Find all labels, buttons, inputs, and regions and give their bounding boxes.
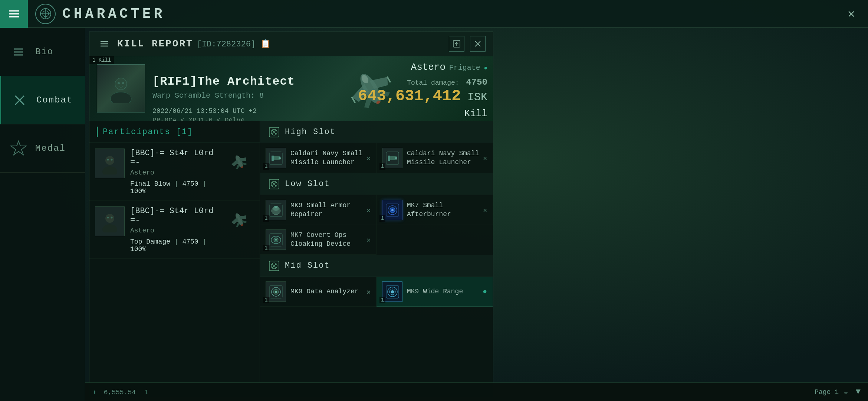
svg-point-16 — [115, 78, 127, 90]
item-name: MK7 Small Afterburner — [407, 201, 483, 219]
character-header: 1 Kill [RIF1]The Architect Warp Scramble… — [89, 56, 493, 121]
kill-report-panel: KILL REPORT [ID:7282326] 📋 — [89, 32, 493, 397]
mid-slot-title: Mid Slot — [285, 261, 330, 270]
kill-report-id: [ID:7282326] 📋 — [197, 39, 271, 49]
slot-item: 1 MK9 Small Armor Repairer ✕ — [260, 195, 377, 225]
bottom-bar: ⬆ 6,555.54 1 Page 1 ✏ ▼ — [85, 382, 868, 401]
ship-stats: Astero Frigate ● Total damage: 4750 643,… — [358, 62, 487, 119]
participant-ship-2: Astero — [130, 227, 224, 234]
kill-report-actions — [449, 36, 486, 52]
sidebar-item-medal[interactable]: Medal — [0, 124, 85, 173]
total-damage-label: Total damage: — [407, 79, 459, 87]
item-count: 1 — [263, 297, 269, 303]
combat-icon — [10, 91, 29, 110]
svg-point-28 — [107, 159, 109, 161]
menu-button[interactable] — [0, 0, 28, 28]
participant-info: [BBC]-= St4r L0rd =- Astero Final Blow |… — [125, 149, 224, 195]
sidebar-bio-label: Bio — [35, 47, 53, 57]
mid-slot-items: 1 MK9 Data Analyzer ✕ — [260, 277, 493, 307]
kr-menu-button[interactable] — [97, 36, 112, 51]
svg-rect-54 — [274, 206, 277, 208]
pagination: Page 1 ✏ — [815, 388, 848, 396]
svg-point-69 — [275, 291, 277, 293]
main-content: KILL REPORT [ID:7282326] 📋 — [85, 28, 868, 401]
app-close-button[interactable]: ✕ — [842, 4, 861, 23]
total-damage-value: 4750 — [466, 77, 487, 87]
item-remove-button[interactable]: ✕ — [366, 206, 371, 214]
sidebar-item-bio[interactable]: Bio — [0, 28, 85, 76]
svg-point-18 — [118, 82, 120, 84]
svg-point-58 — [391, 209, 394, 211]
svg-point-26 — [105, 156, 114, 165]
isk-unit: ISK — [467, 91, 487, 104]
isk-value: 643,631,412 — [358, 87, 461, 105]
participant-stats: Final Blow | 4750 | 100% — [130, 180, 224, 195]
svg-point-19 — [122, 82, 124, 84]
participant-item: [BBC]-= St4r L0rd =- Astero Final Blow |… — [89, 143, 260, 201]
low-slot-items: 1 MK9 Small Armor Repairer ✕ — [260, 195, 493, 255]
low-slot-header: Low Slot — [260, 173, 493, 195]
svg-point-33 — [105, 214, 114, 223]
svg-rect-43 — [272, 156, 274, 161]
sidebar-item-combat[interactable]: Combat — [0, 76, 85, 124]
ship-name: Astero — [411, 62, 446, 73]
character-portrait — [97, 64, 145, 113]
slot-item: 1 Caldari Navy Small Missile Launcher ✕ — [377, 143, 493, 173]
item-name: MK7 Covert Ops Cloaking Device — [290, 231, 366, 248]
high-slot-icon — [267, 125, 280, 138]
sidebar-medal-label: Medal — [35, 143, 66, 153]
slot-item: 1 MK9 Data Analyzer ✕ — [260, 277, 377, 307]
app-title: CHARACTER — [62, 6, 165, 22]
item-remove-button[interactable]: ✕ — [366, 288, 371, 296]
svg-point-29 — [111, 159, 113, 161]
slot-item: 1 MK7 Covert Ops Cloaking Device ✕ — [260, 225, 377, 255]
participant-item: [BBC]-= St4r L0rd =- Astero Top Damage |… — [89, 201, 260, 259]
page-indicator: Page 1 — [815, 388, 839, 396]
close-report-button[interactable] — [470, 36, 486, 52]
sidebar-combat-label: Combat — [36, 95, 73, 105]
svg-point-36 — [111, 217, 113, 219]
participants-header: Participants [1] — [89, 121, 260, 143]
svg-rect-47 — [388, 156, 390, 161]
slot-item: 1 MK7 Small Afterburner ✕ — [377, 195, 493, 225]
slot-item-highlighted: 1 MK9 Wide Range ● — [377, 277, 493, 307]
sidebar: Bio Combat Medal — [0, 28, 85, 401]
mid-slot-header: Mid Slot — [260, 255, 493, 277]
svg-point-35 — [107, 217, 109, 219]
kill-type: Kill — [358, 108, 487, 119]
item-name: Caldari Navy Small Missile Launcher — [407, 149, 483, 167]
filter-button[interactable]: ▼ — [856, 387, 861, 397]
item-remove-button[interactable]: ✕ — [366, 154, 371, 162]
svg-point-63 — [275, 239, 277, 241]
participant-ship-icon-2 — [224, 206, 254, 232]
svg-point-48 — [395, 157, 397, 159]
page-edit-icon[interactable]: ✏ — [844, 388, 848, 396]
participant-ship-icon — [224, 149, 254, 175]
participant-stats-2: Top Damage | 4750 | 100% — [130, 238, 224, 253]
item-count: 1 — [379, 215, 385, 222]
item-name: MK9 Wide Range — [407, 287, 463, 296]
item-remove-button[interactable]: ✕ — [483, 206, 487, 214]
item-name: MK9 Data Analyzer — [290, 287, 359, 296]
kill-badge: 1 Kill — [89, 56, 114, 64]
svg-point-17 — [111, 92, 131, 103]
svg-marker-9 — [11, 141, 26, 155]
kr-body: Participants [1] [BBC]-= S — [89, 121, 493, 397]
participant-portrait-2 — [95, 206, 125, 236]
slot-item: 1 Caldari Navy Small Missile Launcher ✕ — [260, 143, 377, 173]
participants-panel: Participants [1] [BBC]-= S — [89, 121, 260, 397]
item-count: 1 — [263, 215, 269, 222]
low-slot-icon — [267, 177, 280, 190]
medal-icon — [9, 139, 28, 158]
export-button[interactable] — [449, 36, 464, 52]
participants-title: Participants [1] — [103, 127, 193, 137]
item-count: 1 — [263, 245, 269, 251]
participant-name-2: [BBC]-= St4r L0rd =- — [130, 206, 224, 225]
participant-info-2: [BBC]-= St4r L0rd =- Astero Top Damage |… — [125, 206, 224, 253]
svg-point-44 — [279, 157, 281, 159]
item-count: 1 — [263, 163, 269, 170]
item-remove-button[interactable]: ✕ — [483, 154, 487, 162]
slots-panel: High Slot 1 — [260, 121, 493, 397]
ship-type: Frigate — [449, 63, 480, 72]
item-remove-button[interactable]: ✕ — [366, 236, 371, 244]
